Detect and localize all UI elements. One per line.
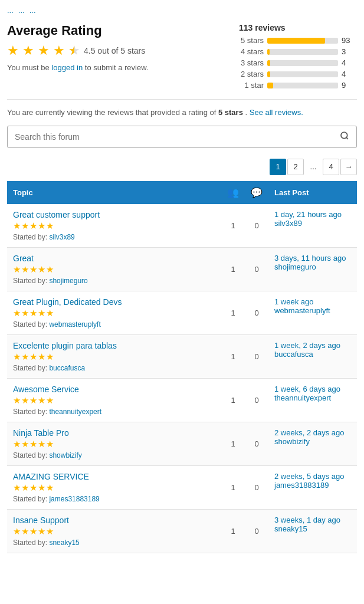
pagination-btn-0[interactable]: 1 — [270, 159, 286, 175]
last-post-time: 1 week ago — [274, 297, 351, 306]
last-post-user-link[interactable]: showbizify — [274, 437, 351, 446]
topic-replies: 0 — [245, 291, 268, 334]
histogram-label: 5 stars — [239, 36, 264, 45]
topic-cell: Excelente plugin para tablas ★★★★★ Start… — [7, 334, 221, 378]
login-link[interactable]: logged in — [51, 63, 83, 72]
histogram-bar-bg — [267, 71, 338, 77]
topic-star: ★ — [21, 395, 29, 406]
last-post-user-link[interactable]: webmasteruplyft — [274, 306, 351, 315]
nav-link-2[interactable]: ... — [18, 6, 25, 15]
topic-star: ★ — [46, 395, 54, 406]
topic-star: ★ — [13, 221, 21, 231]
topic-author-link[interactable]: theannuityexpert — [49, 408, 101, 416]
topic-star: ★ — [29, 526, 37, 537]
histogram-row: 3 stars 4 — [239, 58, 357, 67]
last-post-user-link[interactable]: sneaky15 — [274, 524, 351, 533]
last-post-user-link[interactable]: theannuityexpert — [274, 393, 351, 402]
topic-cell: AMAZING SERVICE ★★★★★ Started by: james3… — [7, 465, 221, 509]
topic-stars: ★★★★★ — [13, 482, 215, 493]
histogram-row: 4 stars 3 — [239, 47, 357, 56]
topic-author-link[interactable]: showbizify — [49, 451, 81, 459]
topic-author-link[interactable]: webmasteruplyft — [49, 320, 100, 329]
star-4: ★ — [53, 43, 65, 58]
topic-link[interactable]: Excelente plugin para tablas — [13, 341, 215, 350]
topic-link[interactable]: Great Plugin, Dedicated Devs — [13, 297, 215, 307]
histogram-row: 5 stars 93 — [239, 36, 357, 45]
last-post-cell: 1 week ago webmasteruplyft — [268, 291, 357, 334]
topic-users: 1 — [221, 465, 245, 509]
topic-author-link[interactable]: silv3x89 — [49, 233, 74, 241]
topic-users: 1 — [221, 291, 245, 334]
table-row: Awesome Service ★★★★★ Started by: theann… — [7, 378, 357, 422]
search-button[interactable] — [333, 126, 356, 147]
topic-cell: Great ★★★★★ Started by: shojimeguro — [7, 247, 221, 291]
topic-star: ★ — [29, 264, 37, 275]
filter-notice: You are currently viewing the reviews th… — [7, 107, 357, 119]
histogram-bar-fill — [267, 71, 270, 77]
histogram-label: 4 stars — [239, 47, 264, 56]
col-last-post: Last Post — [268, 181, 357, 204]
topic-replies: 0 — [245, 204, 268, 248]
search-input[interactable] — [8, 126, 333, 147]
last-post-user-link[interactable]: james31883189 — [274, 481, 351, 490]
histogram-count: 4 — [342, 70, 353, 78]
table-row: Excelente plugin para tablas ★★★★★ Start… — [7, 334, 357, 378]
topic-started: Started by: showbizify — [13, 451, 215, 459]
replies-icon: 💬 — [251, 188, 263, 198]
topic-star: ★ — [21, 439, 29, 449]
pagination: 12...4→ — [7, 159, 357, 175]
see-all-link[interactable]: See all reviews. — [250, 108, 303, 117]
last-post-cell: 1 week, 2 days ago buccafusca — [268, 334, 357, 378]
topic-stars: ★★★★★ — [13, 395, 215, 406]
histogram-bar-bg — [267, 38, 338, 44]
star-5-half-fill: ★ — [68, 43, 74, 58]
topic-star: ★ — [13, 482, 21, 493]
last-post-user-link[interactable]: buccafusca — [274, 350, 351, 359]
pagination-btn-1[interactable]: 2 — [287, 159, 304, 175]
topic-started: Started by: sneaky15 — [13, 539, 215, 547]
topic-link[interactable]: AMAZING SERVICE — [13, 472, 215, 481]
table-row: Ninja Table Pro ★★★★★ Started by: showbi… — [7, 422, 357, 465]
topic-star: ★ — [13, 526, 21, 537]
topic-star: ★ — [46, 308, 54, 319]
topic-cell: Insane Support ★★★★★ Started by: sneaky1… — [7, 509, 221, 553]
topic-link[interactable]: Insane Support — [13, 516, 215, 525]
topic-author-link[interactable]: buccafusca — [49, 364, 85, 372]
topic-users: 1 — [221, 247, 245, 291]
topic-link[interactable]: Great — [13, 254, 215, 263]
topic-users: 1 — [221, 422, 245, 465]
histogram-bar-bg — [267, 49, 338, 55]
topics-tbody: Great customer support ★★★★★ Started by:… — [7, 204, 357, 553]
topic-replies: 0 — [245, 334, 268, 378]
last-post-cell: 2 weeks, 5 days ago james31883189 — [268, 465, 357, 509]
topic-star: ★ — [21, 308, 29, 319]
topic-started: Started by: buccafusca — [13, 364, 215, 372]
topic-replies: 0 — [245, 378, 268, 422]
topic-started: Started by: shojimeguro — [13, 277, 215, 285]
topic-link[interactable]: Ninja Table Pro — [13, 428, 215, 438]
divider-1 — [7, 99, 357, 100]
pagination-btn-4[interactable]: → — [340, 159, 357, 175]
svg-line-1 — [346, 137, 348, 139]
average-rating-heading: Average Rating — [7, 23, 148, 38]
search-icon — [340, 131, 349, 140]
last-post-user-link[interactable]: silv3x89 — [274, 219, 351, 228]
topic-star: ★ — [21, 221, 29, 231]
topic-star: ★ — [13, 395, 21, 406]
topic-author-link[interactable]: sneaky15 — [49, 539, 79, 547]
topic-link[interactable]: Awesome Service — [13, 385, 215, 394]
topic-star: ★ — [29, 221, 37, 231]
histogram-rows: 5 stars 93 4 stars 3 3 stars 4 2 stars 4… — [239, 36, 357, 90]
pagination-btn-3[interactable]: 4 — [323, 159, 339, 175]
star-3: ★ — [38, 43, 50, 58]
last-post-time: 2 weeks, 5 days ago — [274, 472, 351, 481]
histogram-label: 2 stars — [239, 70, 264, 78]
nav-link-1[interactable]: ... — [7, 6, 14, 15]
topic-star: ★ — [38, 526, 45, 537]
topic-author-link[interactable]: james31883189 — [49, 495, 99, 503]
topic-link[interactable]: Great customer support — [13, 210, 215, 219]
topic-star: ★ — [38, 221, 45, 231]
last-post-user-link[interactable]: shojimeguro — [274, 262, 351, 271]
nav-link-3[interactable]: ... — [29, 6, 36, 15]
topic-author-link[interactable]: shojimeguro — [49, 277, 87, 285]
